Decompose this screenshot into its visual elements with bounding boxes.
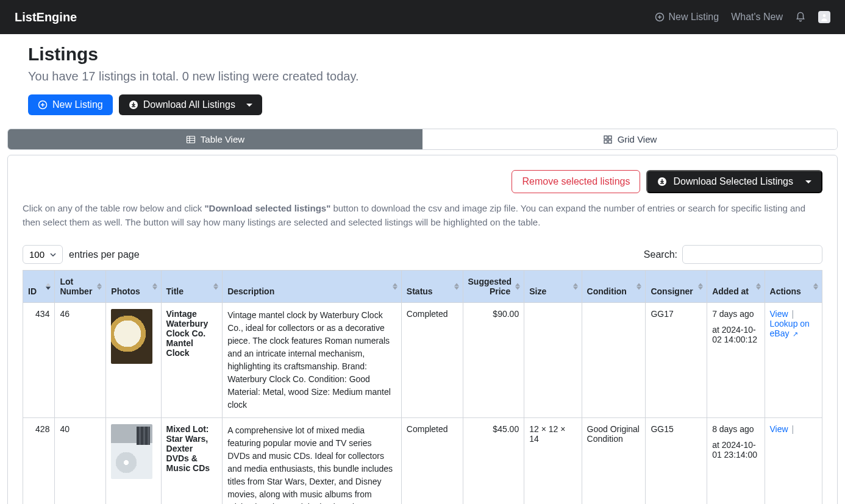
cell-actions: View | Lookup on eBay ↗ xyxy=(765,303,822,418)
new-listing-button-label: New Listing xyxy=(52,99,103,110)
listing-thumbnail[interactable] xyxy=(111,309,152,364)
sort-icon xyxy=(813,283,818,290)
nav-new-listing-label: New Listing xyxy=(668,12,719,23)
table-header-row: ID Lot Number Photos Title Description S… xyxy=(23,271,822,303)
svg-rect-15 xyxy=(604,140,607,143)
notifications-button[interactable] xyxy=(795,12,806,23)
cell-actions: View | xyxy=(765,418,822,505)
sort-icon xyxy=(393,283,398,290)
tab-table-view-label: Table View xyxy=(201,134,244,144)
bell-icon xyxy=(795,12,806,23)
nav-whats-new-label: What's New xyxy=(731,12,783,23)
col-price-header[interactable]: Suggested Price xyxy=(463,271,524,303)
listings-card: Remove selected listings Download Select… xyxy=(7,155,838,504)
new-listing-button[interactable]: New Listing xyxy=(28,94,113,115)
col-consigner-header[interactable]: Consigner xyxy=(646,271,707,303)
action-view[interactable]: View xyxy=(770,424,788,434)
cell-id: 434 xyxy=(23,303,55,418)
download-selected-button[interactable]: Download Selected Listings xyxy=(646,170,822,193)
download-all-button-label: Download All Listings xyxy=(143,99,235,110)
cell-price: $45.00 xyxy=(463,418,524,505)
help-text: Click on any of the table row below and … xyxy=(23,202,822,229)
cell-price: $90.00 xyxy=(463,303,524,418)
sort-icon xyxy=(573,283,578,290)
download-circle-icon xyxy=(657,177,667,186)
tab-grid-view-label: Grid View xyxy=(618,134,657,144)
entries-per-page-select[interactable]: 100 xyxy=(23,245,63,264)
table-controls: 100 entries per page Search: xyxy=(23,245,822,264)
entries-label: entries per page xyxy=(69,249,140,260)
avatar-icon xyxy=(820,13,829,21)
col-added-header[interactable]: Added at xyxy=(707,271,765,303)
card-toolbar: Remove selected listings Download Select… xyxy=(23,170,822,193)
cell-condition: Good Original Condition xyxy=(582,418,646,505)
listing-thumbnail[interactable] xyxy=(111,424,152,479)
user-menu[interactable] xyxy=(818,11,830,23)
cell-size xyxy=(524,303,582,418)
col-size-header[interactable]: Size xyxy=(524,271,582,303)
download-all-button[interactable]: Download All Listings xyxy=(119,94,262,115)
cell-consigner: GG17 xyxy=(646,303,707,418)
remove-selected-button[interactable]: Remove selected listings xyxy=(512,170,640,193)
sort-icon xyxy=(46,283,51,290)
added-relative: 7 days ago xyxy=(712,309,759,319)
cell-status: Completed xyxy=(401,303,463,418)
cell-photos xyxy=(106,303,161,418)
table-icon xyxy=(186,135,196,144)
sort-icon xyxy=(97,283,102,290)
cell-title: Mixed Lot: Star Wars, Dexter DVDs & Musi… xyxy=(161,418,223,505)
sort-icon xyxy=(756,283,761,290)
search-wrap: Search: xyxy=(644,245,822,264)
added-absolute: at 2024-10-02 14:00:12 xyxy=(712,325,757,344)
cell-description: A comprehensive lot of mixed media featu… xyxy=(223,418,402,505)
cell-added: 8 days agoat 2024-10-01 23:14:00 xyxy=(707,418,765,505)
svg-rect-13 xyxy=(604,136,607,139)
plus-circle-icon xyxy=(655,12,665,22)
view-switch: Table View Grid View xyxy=(7,129,838,150)
action-lookup-ebay[interactable]: Lookup on eBay ↗ xyxy=(770,319,810,338)
col-status-header[interactable]: Status xyxy=(401,271,463,303)
brand[interactable]: ListEngine xyxy=(15,10,77,24)
added-absolute: at 2024-10-01 23:14:00 xyxy=(712,440,757,460)
col-id-header[interactable]: ID xyxy=(23,271,55,303)
nav-new-listing[interactable]: New Listing xyxy=(655,12,719,23)
help-prefix: Click on any of the table row below and … xyxy=(23,203,204,213)
svg-point-3 xyxy=(823,14,826,17)
page-title: Listings xyxy=(28,44,817,65)
sort-icon xyxy=(152,283,157,290)
top-navbar: ListEngine New Listing What's New xyxy=(0,0,845,34)
action-view[interactable]: View xyxy=(770,309,788,319)
page-action-row: New Listing Download All Listings xyxy=(28,94,817,115)
cell-added: 7 days agoat 2024-10-02 14:00:12 xyxy=(707,303,765,418)
cell-size: 12 × 12 × 14 xyxy=(524,418,582,505)
cell-condition xyxy=(582,303,646,418)
col-condition-header[interactable]: Condition xyxy=(582,271,646,303)
added-relative: 8 days ago xyxy=(712,424,759,434)
table-row[interactable]: 43446Vintage Waterbury Clock Co. Mantel … xyxy=(23,303,822,418)
download-selected-button-label: Download Selected Listings xyxy=(673,176,793,187)
listings-table: ID Lot Number Photos Title Description S… xyxy=(23,270,822,504)
entries-wrap: 100 entries per page xyxy=(23,245,140,264)
nav-whats-new[interactable]: What's New xyxy=(731,12,783,23)
col-title-header[interactable]: Title xyxy=(161,271,223,303)
plus-circle-icon xyxy=(38,100,48,110)
table-row[interactable]: 42840Mixed Lot: Star Wars, Dexter DVDs &… xyxy=(23,418,822,505)
sort-icon xyxy=(515,283,520,290)
cell-status: Completed xyxy=(401,418,463,505)
cell-description: Vintage mantel clock by Waterbury Clock … xyxy=(223,303,402,418)
sort-icon xyxy=(636,283,641,290)
col-description-header[interactable]: Description xyxy=(223,271,402,303)
top-nav: New Listing What's New xyxy=(655,11,830,23)
cell-photos xyxy=(106,418,161,505)
grid-icon xyxy=(603,135,613,144)
tab-grid-view[interactable]: Grid View xyxy=(422,129,837,149)
col-actions-header[interactable]: Actions xyxy=(765,271,822,303)
col-photos-header[interactable]: Photos xyxy=(106,271,161,303)
svg-rect-9 xyxy=(187,136,194,143)
search-input[interactable] xyxy=(682,245,822,264)
cell-lot: 46 xyxy=(55,303,106,418)
external-link-icon: ↗ xyxy=(793,330,798,338)
col-lot-header[interactable]: Lot Number xyxy=(55,271,106,303)
tab-table-view[interactable]: Table View xyxy=(8,129,422,149)
download-circle-icon xyxy=(129,100,138,110)
